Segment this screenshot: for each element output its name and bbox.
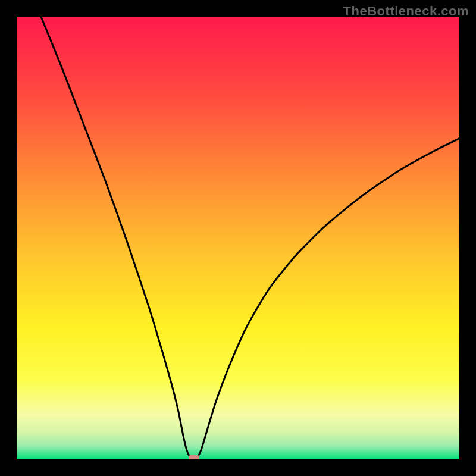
watermark-text: TheBottleneck.com [343,4,469,19]
minimum-marker [189,455,199,459]
gradient-background [17,17,459,459]
plot-frame [17,17,459,459]
chart-svg [17,17,459,459]
plot-area [17,17,459,459]
